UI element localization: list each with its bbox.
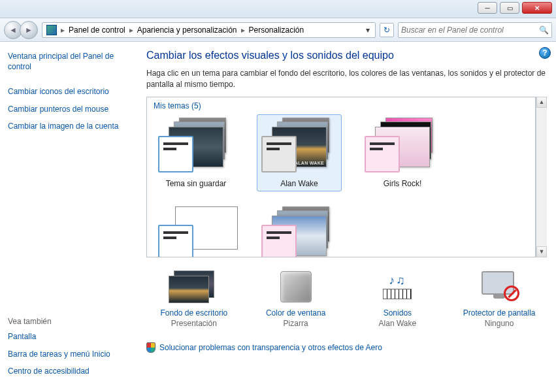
cell-value: Pizarra [250, 319, 342, 328]
window-color-icon [250, 268, 342, 306]
chevron-right-icon[interactable]: ▸ [59, 25, 66, 35]
sidebar-link-mouse-pointers[interactable]: Cambiar punteros del mouse [8, 104, 129, 114]
breadcrumb-personalization[interactable]: Personalización [246, 25, 307, 35]
see-also-heading: Vea también [8, 317, 129, 326]
breadcrumb-control-panel[interactable]: Panel de control [66, 25, 128, 35]
maximize-button[interactable]: ▭ [500, 2, 519, 14]
theme-thumbnail [157, 206, 235, 257]
sidebar-link-display[interactable]: Pantalla [8, 331, 129, 342]
theme-item-alan-wake[interactable]: Alan Wake [257, 114, 342, 191]
theme-group-label: Mis temas (5) [154, 101, 529, 110]
window-color-link[interactable]: Color de ventana Pizarra [250, 268, 342, 328]
toolbar: ◄ ► ▸ Panel de control ▸ Apariencia y pe… [0, 18, 556, 42]
cell-label: Sonidos [352, 308, 443, 318]
theme-thumbnail [260, 206, 338, 257]
scrollbar[interactable]: ▲ ▼ [536, 97, 547, 257]
sidebar-link-ease-of-access[interactable]: Centro de accesibilidad [8, 366, 129, 376]
theme-caption: Girls Rock! [363, 179, 442, 188]
page-description: Haga clic en un tema para cambiar el fon… [146, 68, 547, 90]
breadcrumb-appearance[interactable]: Apariencia y personalización [135, 25, 240, 35]
screen-saver-icon [453, 268, 545, 306]
sounds-icon: ♪♫ [352, 268, 443, 306]
theme-item-girls-rock[interactable]: Girls Rock! [360, 114, 445, 191]
cell-value: Alan Wake [352, 319, 443, 328]
cell-value: Ninguno [453, 319, 545, 328]
theme-item-mio[interactable]: Mio [154, 203, 238, 257]
window-titlebar: ─ ▭ ✕ [0, 0, 556, 18]
breadcrumb[interactable]: ▸ Panel de control ▸ Apariencia y person… [42, 22, 376, 38]
search-box[interactable]: 🔍 [398, 22, 552, 38]
cell-label: Color de ventana [250, 308, 342, 318]
sidebar-link-taskbar[interactable]: Barra de tareas y menú Inicio [8, 349, 129, 359]
sounds-link[interactable]: ♪♫ Sonidos Alan Wake [352, 268, 443, 328]
shield-icon [146, 342, 155, 353]
chevron-right-icon[interactable]: ▸ [240, 25, 246, 35]
theme-item-perfect-winter[interactable]: Perfect_Winter_Lands [257, 203, 342, 257]
scroll-track[interactable] [536, 108, 547, 246]
refresh-button[interactable]: ↻ [380, 23, 394, 37]
scroll-up-button[interactable]: ▲ [536, 97, 547, 108]
search-icon[interactable]: 🔍 [538, 25, 549, 35]
sidebar-link-desktop-icons[interactable]: Cambiar iconos del escritorio [8, 86, 129, 97]
theme-caption: Alan Wake [260, 179, 338, 188]
desktop-background-icon [148, 268, 240, 306]
minimize-button[interactable]: ─ [478, 2, 497, 14]
theme-caption: Tema sin guardar [157, 179, 235, 188]
breadcrumb-dropdown[interactable]: ▾ [362, 25, 374, 35]
help-icon[interactable]: ? [539, 47, 551, 59]
control-panel-icon [46, 25, 57, 35]
sidebar-link-account-picture[interactable]: Cambiar la imagen de la cuenta [8, 121, 129, 131]
chevron-right-icon[interactable]: ▸ [128, 25, 135, 35]
theme-thumbnail [157, 118, 235, 175]
themes-pane: Mis temas (5) Tema sin guardar [146, 97, 536, 257]
theme-thumbnail [363, 118, 442, 175]
aero-troubleshoot-link[interactable]: Solucionar problemas con transparencia y… [159, 343, 382, 352]
desktop-background-link[interactable]: Fondo de escritorio Presentación [148, 268, 240, 328]
cell-value: Presentación [148, 319, 240, 328]
sidebar: Ventana principal del Panel de control C… [0, 42, 137, 392]
page-title: Cambiar los efectos visuales y los sonid… [146, 50, 547, 61]
theme-item-unsaved[interactable]: Tema sin guardar [154, 114, 238, 191]
scroll-down-button[interactable]: ▼ [536, 246, 547, 257]
forward-button[interactable]: ► [20, 21, 38, 39]
cell-label: Fondo de escritorio [148, 308, 240, 318]
screen-saver-link[interactable]: Protector de pantalla Ninguno [453, 268, 545, 328]
sidebar-link-main-window[interactable]: Ventana principal del Panel de control [8, 51, 129, 72]
cell-label: Protector de pantalla [453, 308, 545, 318]
theme-thumbnail [260, 118, 338, 175]
content-area: ? Cambiar los efectos visuales y los son… [137, 42, 556, 392]
search-input[interactable] [401, 25, 538, 35]
aero-troubleshoot-row: Solucionar problemas con transparencia y… [146, 342, 547, 353]
close-button[interactable]: ✕ [522, 2, 552, 14]
